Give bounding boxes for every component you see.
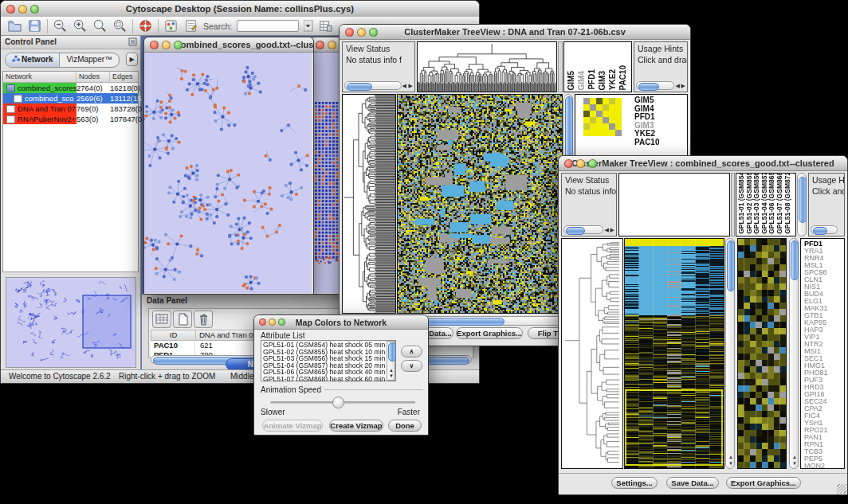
close-button[interactable] (150, 41, 159, 49)
save-data-button[interactable]: Save Data... (666, 477, 719, 489)
attribute-list-vscrollbar[interactable]: ▲ ▼ (387, 341, 395, 381)
treeview1-titlebar[interactable]: ClusterMaker TreeView : DNA and Tran 07-… (340, 25, 690, 40)
summary-heatmap-cell[interactable] (609, 98, 615, 104)
minimize-button[interactable] (576, 159, 585, 168)
scroll-thumb[interactable] (791, 240, 799, 280)
scroll-thumb[interactable] (347, 83, 372, 91)
zoom-button[interactable] (278, 318, 285, 326)
scroll-left-arrow[interactable]: ◀ (605, 227, 609, 232)
summary-heatmap-cell[interactable] (583, 117, 590, 123)
create-vizmap-button[interactable]: Create Vizmap (329, 420, 383, 432)
scroll-down-arrow[interactable]: ▼ (792, 461, 797, 467)
help-lifering-icon[interactable] (138, 18, 153, 33)
summary-heatmap-cell[interactable] (596, 111, 603, 117)
network1-canvas[interactable] (144, 53, 312, 293)
move-up-button[interactable]: ∧ (401, 346, 422, 357)
summary-heatmap-cell[interactable] (596, 104, 603, 111)
summary-heatmap-cell[interactable] (590, 117, 596, 123)
treeview2-zoom-vscrollbar[interactable]: ▲ ▼ (789, 238, 799, 469)
network-table-row[interactable]: RNAPuberNov2+l563(0)107847(0) (3, 114, 138, 124)
tab-overflow-button[interactable]: ▶ (126, 53, 138, 66)
attribute-listbox[interactable]: GPL51-01 (GSM854) heat shock 05 minGPL51… (261, 340, 396, 381)
main-titlebar[interactable]: Cytoscape Desktop (Session Name: collins… (1, 1, 479, 18)
summary-heatmap-cell[interactable] (615, 130, 622, 136)
row-label[interactable]: YKE2 (634, 130, 660, 139)
zoom-button[interactable] (369, 28, 378, 37)
zoom-fit-icon[interactable] (112, 18, 128, 33)
scroll-thumb[interactable] (799, 177, 807, 223)
minimize-button[interactable] (328, 41, 336, 49)
summary-heatmap-cell[interactable] (590, 111, 596, 117)
summary-heatmap-cell[interactable] (590, 98, 596, 104)
done-button[interactable]: Done (388, 420, 422, 432)
export-graphics-button[interactable]: Export Graphics... (456, 327, 523, 339)
scroll-up-arrow[interactable]: ▲ (389, 368, 394, 373)
close-button[interactable] (345, 28, 354, 37)
column-label[interactable]: GPL51-03 (GSM856) (752, 173, 760, 234)
open-file-icon[interactable] (7, 18, 22, 33)
close-button[interactable] (316, 41, 324, 49)
tab-network[interactable]: Network (6, 53, 60, 67)
view-status-hscrollbar[interactable] (344, 81, 402, 90)
new-attribute-icon[interactable] (173, 311, 192, 328)
zoom-in-icon[interactable] (73, 18, 88, 33)
summary-heatmap-cell[interactable] (590, 104, 596, 111)
scroll-thumb[interactable] (388, 342, 396, 361)
view-status-hscrollbar[interactable] (563, 225, 603, 234)
scroll-thumb[interactable] (638, 83, 659, 91)
treeview2-row-dendrogram[interactable] (561, 238, 623, 469)
scroll-left-arrow[interactable]: ◀ (676, 83, 680, 88)
summary-heatmap-cell[interactable] (609, 130, 615, 136)
scroll-left-arrow[interactable]: ◀ (402, 83, 406, 88)
summary-heatmap-cell[interactable] (603, 130, 609, 136)
minimize-button[interactable] (357, 28, 366, 37)
summary-heatmap-cell[interactable] (603, 111, 609, 117)
network-table-row[interactable]: combined_scores2764(0)16218(0) (3, 83, 138, 93)
treeview1-column-dendrogram[interactable] (417, 41, 557, 92)
scroll-right-arrow[interactable]: ▶ (681, 83, 685, 88)
summary-heatmap-cell[interactable] (615, 104, 622, 111)
summary-heatmap-cell[interactable] (596, 123, 603, 130)
usage-hints-hscrollbar[interactable] (811, 225, 838, 234)
scroll-thumb[interactable] (727, 240, 735, 291)
attribute-select-icon[interactable] (152, 311, 171, 328)
move-down-button[interactable]: ∨ (401, 360, 422, 372)
minimize-button[interactable] (162, 41, 171, 49)
summary-heatmap-cell[interactable] (583, 130, 590, 136)
treeview2-global-heatmap[interactable] (624, 238, 724, 469)
treeview1-row-dendrogram[interactable] (342, 94, 396, 314)
save-icon[interactable] (27, 18, 42, 33)
delete-attribute-icon[interactable] (194, 311, 213, 328)
summary-heatmap-cell[interactable] (596, 130, 603, 136)
dialog-titlebar[interactable]: Map Colors to Network (254, 315, 428, 330)
summary-heatmap-cell[interactable] (603, 117, 609, 123)
scroll-up-arrow[interactable]: ▲ (728, 455, 733, 460)
zoom-button[interactable] (30, 5, 39, 14)
network-overview-thumbnail[interactable] (6, 277, 136, 368)
scroll-down-arrow[interactable]: ▼ (728, 461, 733, 467)
row-label[interactable]: PAC10 (634, 139, 660, 147)
summary-heatmap-cell[interactable] (609, 111, 615, 117)
row-label[interactable]: PFD1 (634, 113, 660, 122)
column-label[interactable]: GPL51-01 (GSM854) (737, 173, 745, 234)
attribute-list-item[interactable]: GPL51-07 (GSM868) heat shock 60 min (263, 376, 386, 381)
row-label[interactable]: MON2 (804, 463, 828, 469)
summary-heatmap-cell[interactable] (615, 123, 622, 130)
annotation-icon[interactable] (183, 18, 198, 33)
summary-heatmap-cell[interactable] (609, 123, 615, 130)
summary-heatmap-cell[interactable] (603, 98, 609, 104)
close-button[interactable] (6, 5, 15, 14)
settings-button[interactable]: Settings... (611, 477, 658, 489)
scroll-up-arrow[interactable]: ▲ (792, 455, 797, 460)
summary-heatmap-cell[interactable] (615, 117, 622, 123)
treeview2-collabel-vscrollbar[interactable] (797, 173, 807, 236)
summary-heatmap-cell[interactable] (615, 98, 622, 104)
vizmap-nodes-icon[interactable] (163, 18, 179, 33)
treeview2-zoom-heatmap[interactable] (737, 238, 787, 469)
summary-heatmap-cell[interactable] (615, 111, 622, 117)
summary-heatmap-cell[interactable] (609, 117, 615, 123)
column-label[interactable]: GIM5 (567, 71, 575, 90)
search-dropdown-icon[interactable] (304, 20, 313, 32)
summary-heatmap-cell[interactable] (609, 104, 615, 111)
scroll-thumb[interactable] (566, 227, 585, 235)
